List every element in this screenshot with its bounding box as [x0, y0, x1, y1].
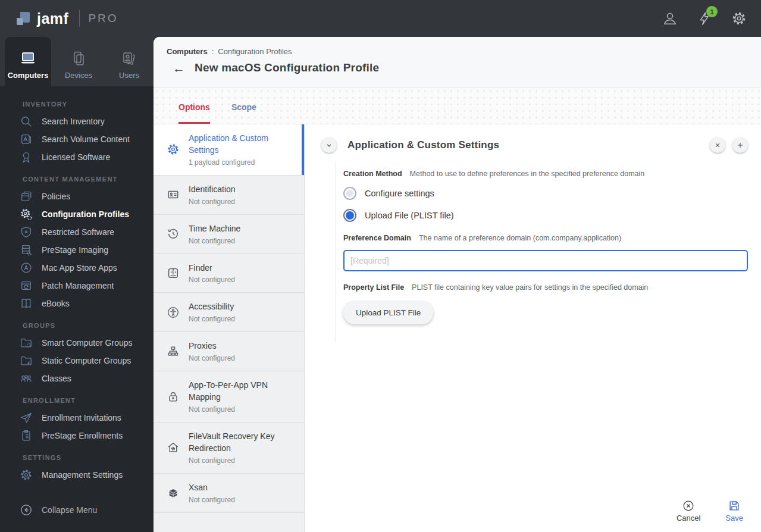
preference-domain-label: Preference Domain — [343, 234, 411, 242]
radio-unselected-icon[interactable] — [343, 187, 356, 200]
remove-payload-button[interactable] — [710, 137, 725, 153]
payload-filevault-recovery-key-redirection[interactable]: FileVault Recovery Key RedirectionNot co… — [154, 423, 304, 474]
section-inventory: INVENTORY — [0, 91, 154, 112]
save-button[interactable]: Save — [725, 499, 743, 522]
jamf-logo-icon — [15, 11, 31, 26]
sidebar-item-label: Licensed Software — [42, 152, 110, 162]
sidebar-item-smart-computer-groups[interactable]: Smart Computer Groups — [0, 334, 154, 352]
back-arrow-icon[interactable]: ← — [173, 62, 185, 74]
sidebar-item-enrollment-invitations[interactable]: Enrollment Invitations — [0, 409, 154, 427]
sidebar-item-search-volume-content[interactable]: Search Volume Content — [0, 130, 154, 148]
collapse-menu-button[interactable]: Collapse Menu — [0, 501, 154, 519]
people-group-icon — [20, 372, 33, 385]
radio-upload-file-plist[interactable]: Upload File (PLIST file) — [343, 209, 748, 222]
sidebar-item-label: Management Settings — [42, 470, 123, 480]
sidebar-item-policies[interactable]: Policies — [0, 187, 154, 205]
sidebar-item-licensed-software[interactable]: Licensed Software — [0, 148, 154, 166]
sidebar-item-patch-management[interactable]: Patch Management — [0, 277, 154, 295]
upload-plist-file-button[interactable]: Upload PLIST File — [343, 301, 433, 324]
cancel-button[interactable]: Cancel — [677, 499, 700, 522]
lock-icon — [167, 390, 180, 403]
tab-users[interactable]: Users — [106, 37, 152, 86]
folder-refresh-icon — [20, 336, 33, 349]
sidebar-item-restricted-software[interactable]: Restricted Software — [0, 223, 154, 241]
sidebar-item-label: eBooks — [42, 299, 70, 308]
payload-detail-title: Application & Custom Settings — [347, 139, 499, 151]
payload-label: FileVault Recovery Key Redirection — [189, 431, 274, 453]
preference-domain-input[interactable] — [343, 250, 748, 271]
sidebar-item-ebooks[interactable]: eBooks — [0, 295, 154, 312]
sidebar-item-label: PreStage Enrollments — [42, 431, 123, 440]
collapse-payload-button[interactable] — [321, 137, 337, 153]
payload-status: Not configured — [189, 315, 235, 323]
sidebar-item-classes[interactable]: Classes — [0, 370, 154, 387]
tab-devices[interactable]: Devices — [55, 37, 102, 86]
settings-gear-icon[interactable] — [731, 11, 747, 26]
sidebar-item-static-computer-groups[interactable]: Static Computer Groups — [0, 352, 154, 370]
property-list-file-help: PLIST file containing key value pairs fo… — [412, 283, 648, 292]
payload-label: Application & Custom Settings — [189, 133, 268, 155]
page-header: Computers : Configuration Profiles ← New… — [154, 37, 761, 88]
clipboard-list-icon — [20, 429, 33, 442]
payload-proxies[interactable]: ProxiesNot configured — [154, 332, 304, 371]
radio-configure-settings[interactable]: Configure settings — [343, 187, 748, 200]
breadcrumb-configuration-profiles[interactable]: Configuration Profiles — [218, 47, 292, 56]
payload-time-machine[interactable]: Time MachineNot configured — [154, 215, 304, 254]
section-settings: SETTINGS — [0, 445, 154, 466]
payload-label: Finder — [189, 263, 212, 273]
book-icon — [20, 297, 33, 310]
paper-plane-icon — [20, 411, 33, 424]
sidebar-item-mac-app-store-apps[interactable]: Mac App Store Apps — [0, 259, 154, 277]
sidebar-item-label: Enrollment Invitations — [42, 413, 121, 423]
mobile-devices-icon — [70, 51, 87, 67]
payload-status: Not configured — [189, 405, 296, 414]
tab-computers[interactable]: Computers — [5, 37, 51, 86]
breadcrumb: Computers : Configuration Profiles — [167, 47, 749, 56]
payload-xsan[interactable]: XsanNot configured — [154, 474, 304, 513]
account-icon[interactable] — [662, 11, 678, 26]
sidebar: Computers Devices Users INVENTORY — [0, 37, 154, 532]
sidebar-item-management-settings[interactable]: Management Settings — [0, 466, 154, 484]
sidebar-item-label: Static Computer Groups — [42, 356, 131, 365]
breadcrumb-computers[interactable]: Computers — [167, 47, 208, 56]
profile-tabs: Options Scope — [154, 88, 761, 124]
collapse-menu-label: Collapse Menu — [42, 505, 97, 515]
collapse-arrow-icon — [20, 503, 33, 517]
payload-label: Xsan — [189, 483, 208, 492]
search-icon — [20, 115, 33, 128]
payload-label: Accessibility — [189, 302, 234, 311]
save-label: Save — [725, 514, 743, 522]
sidebar-item-prestage-enrollments[interactable]: PreStage Enrollments — [0, 427, 154, 445]
sidebar-item-configuration-profiles[interactable]: Configuration Profiles — [0, 205, 154, 223]
tab-scope[interactable]: Scope — [231, 88, 256, 124]
sidebar-item-search-inventory[interactable]: Search Inventory — [0, 112, 154, 130]
brand-suffix: PRO — [88, 12, 118, 25]
sidebar-item-label: PreStage Imaging — [42, 245, 108, 255]
sidebar-item-label: Restricted Software — [42, 227, 114, 237]
payload-detail: Application & Custom Settings Cre — [305, 124, 761, 532]
section-enrollment: ENROLLMENT — [0, 387, 154, 409]
section-content-management: CONTENT MANAGEMENT — [0, 166, 154, 187]
section-groups: GROUPS — [0, 312, 154, 334]
payload-finder[interactable]: FinderNot configured — [154, 254, 304, 293]
folder-plus-icon — [20, 354, 33, 367]
time-machine-icon — [167, 227, 180, 240]
add-payload-button[interactable] — [732, 137, 748, 153]
network-tree-icon — [167, 345, 180, 358]
sidebar-item-prestage-imaging[interactable]: PreStage Imaging — [0, 241, 154, 259]
page-title: New macOS Configuration Profile — [195, 61, 379, 74]
notification-badge: 1 — [706, 6, 718, 17]
payload-status: Not configured — [189, 456, 296, 465]
payload-status: Not configured — [189, 237, 240, 245]
notifications-icon[interactable]: 1 — [697, 11, 712, 26]
payload-accessibility[interactable]: AccessibilityNot configured — [154, 293, 304, 332]
payload-application-custom-settings[interactable]: Application & Custom Settings1 payload c… — [154, 124, 304, 176]
sidebar-item-label: Policies — [42, 192, 70, 201]
tab-options[interactable]: Options — [178, 88, 210, 124]
gear-icon — [20, 468, 33, 481]
radio-selected-icon[interactable] — [343, 209, 356, 222]
payload-app-to-per-app-vpn-mapping[interactable]: App-To-Per-App VPN MappingNot configured — [154, 371, 304, 423]
payload-status: Not configured — [189, 496, 235, 504]
payload-identification[interactable]: IdentificationNot configured — [154, 176, 304, 215]
payload-label: Proxies — [189, 341, 217, 351]
